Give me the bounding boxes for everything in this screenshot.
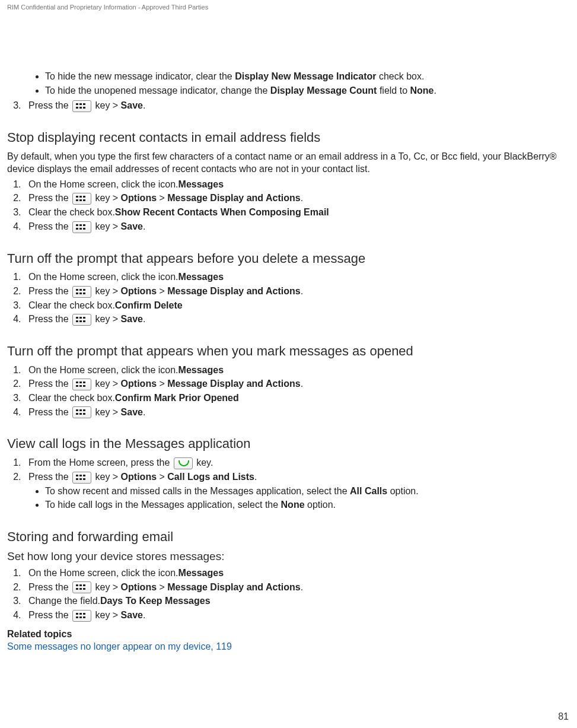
bold-text: Call Logs and Lists xyxy=(167,472,254,482)
text: . xyxy=(143,407,145,417)
text: icon. xyxy=(158,179,178,189)
text: key > xyxy=(93,407,121,417)
list-item: To hide the new message indicator, clear… xyxy=(45,70,570,83)
bold-text: Messages xyxy=(178,272,224,282)
menu-key-icon xyxy=(72,610,91,622)
step-list: On the Home screen, click the icon.Messa… xyxy=(7,364,570,419)
intro-bullet-list: To hide the new message indicator, clear… xyxy=(7,70,570,97)
text: key > xyxy=(93,221,121,231)
text: key > xyxy=(93,314,121,324)
list-item: Press the key > Options > Message Displa… xyxy=(24,285,570,298)
bold-text: None xyxy=(410,85,433,96)
step-list: On the Home screen, click the icon.Messa… xyxy=(7,271,570,326)
text: Clear the xyxy=(28,207,69,217)
section-heading: View call logs in the Messages applicati… xyxy=(7,435,570,453)
bold-text: Message Display and Actions xyxy=(167,193,300,203)
text: check box. xyxy=(69,207,114,217)
text: To show recent and missed calls in the M… xyxy=(45,486,350,496)
text: key > xyxy=(93,193,121,203)
text: Press the xyxy=(28,193,71,203)
page-number: 81 xyxy=(558,711,569,722)
menu-key-icon xyxy=(72,379,91,390)
text: check box. xyxy=(377,71,425,81)
text: . xyxy=(143,610,145,620)
text: From the Home screen, press the xyxy=(28,457,173,468)
intro-continued-steps: Press the key > Save. xyxy=(7,99,570,112)
bold-text: Message Display and Actions xyxy=(167,582,300,592)
text: Press the xyxy=(28,472,71,482)
text: > xyxy=(157,286,167,296)
list-item: Press the key > Options > Call Logs and … xyxy=(24,471,570,484)
document-page: RIM Confidential and Proprietary Informa… xyxy=(0,0,577,728)
step-list: From the Home screen, press the key.Pres… xyxy=(7,456,570,484)
list-item: Press the key > Options > Message Displa… xyxy=(24,581,570,594)
bold-text: Messages xyxy=(178,365,224,375)
list-item: Press the key > Save. xyxy=(24,220,570,233)
text: Press the xyxy=(28,610,71,620)
text: . xyxy=(254,472,257,482)
bold-text: Confirm Delete xyxy=(115,300,183,310)
bold-text: Options xyxy=(121,286,157,296)
list-item: Press the key > Save. xyxy=(24,99,570,112)
menu-key-icon xyxy=(72,472,91,484)
text: icon. xyxy=(158,365,178,375)
section-heading: Stop displaying recent contacts in email… xyxy=(7,129,570,147)
text: Press the xyxy=(28,221,71,231)
bold-text: Options xyxy=(121,379,157,389)
menu-key-icon xyxy=(72,193,91,205)
bold-text: Display Message Count xyxy=(270,85,377,96)
list-item: To show recent and missed calls in the M… xyxy=(45,485,570,498)
menu-key-icon xyxy=(72,314,91,326)
text: . xyxy=(143,100,145,110)
text: . xyxy=(301,286,303,296)
list-item: Change the field.Days To Keep Messages xyxy=(24,595,570,608)
list-item: To hide the unopened message indicator, … xyxy=(45,84,570,97)
text: . xyxy=(143,314,145,324)
step-list: On the Home screen, click the icon.Messa… xyxy=(7,567,570,622)
bold-text: Show Recent Contacts When Composing Emai… xyxy=(115,207,329,217)
text: > xyxy=(157,472,167,482)
list-item: Press the key > Save. xyxy=(24,406,570,419)
related-topic-link[interactable]: Some messages no longer appear on my dev… xyxy=(7,641,232,651)
text: . xyxy=(433,85,436,96)
text: On the Home screen, click the xyxy=(28,272,158,282)
text: > xyxy=(157,193,167,203)
subsection-heading: Set how long your device stores messages… xyxy=(7,549,570,564)
text: key > xyxy=(93,472,121,482)
text: On the Home screen, click the xyxy=(28,568,158,578)
text: key > xyxy=(93,286,121,296)
text: . xyxy=(301,193,303,203)
text: key > xyxy=(93,610,121,620)
text: On the Home screen, click the xyxy=(28,365,158,375)
text: On the Home screen, click the xyxy=(28,179,158,189)
list-item: On the Home screen, click the icon.Messa… xyxy=(24,364,570,377)
bold-text: Save xyxy=(121,407,143,417)
menu-key-icon xyxy=(72,221,91,233)
text: field. xyxy=(80,596,100,606)
bullet-list: To show recent and missed calls in the M… xyxy=(7,485,570,511)
text: Clear the xyxy=(28,300,69,310)
menu-key-icon xyxy=(72,581,91,593)
text: option. xyxy=(387,486,418,496)
text: . xyxy=(301,582,303,592)
section-heading: Turn off the prompt that appears before … xyxy=(7,250,570,268)
text: To hide the new message indicator, clear… xyxy=(45,71,235,81)
bold-text: None xyxy=(281,500,305,510)
list-item: Press the key > Options > Message Displa… xyxy=(24,377,570,390)
text: Press the xyxy=(28,286,71,296)
text: Change the xyxy=(28,596,80,606)
text: To hide the unopened message indicator, … xyxy=(45,85,270,96)
text: key > xyxy=(93,582,121,592)
bold-text: Display New Message Indicator xyxy=(235,71,376,81)
text: Press the xyxy=(28,582,71,592)
send-key-icon xyxy=(174,457,193,469)
list-item: On the Home screen, click the icon.Messa… xyxy=(24,178,570,191)
menu-key-icon xyxy=(72,406,91,418)
text: check box. xyxy=(69,300,114,310)
menu-key-icon xyxy=(72,286,91,298)
text: Press the xyxy=(28,407,71,417)
bold-text: Options xyxy=(121,582,157,592)
text: key. xyxy=(194,457,213,468)
list-item: Press the key > Options > Message Displa… xyxy=(24,192,570,205)
menu-key-icon xyxy=(72,100,91,112)
